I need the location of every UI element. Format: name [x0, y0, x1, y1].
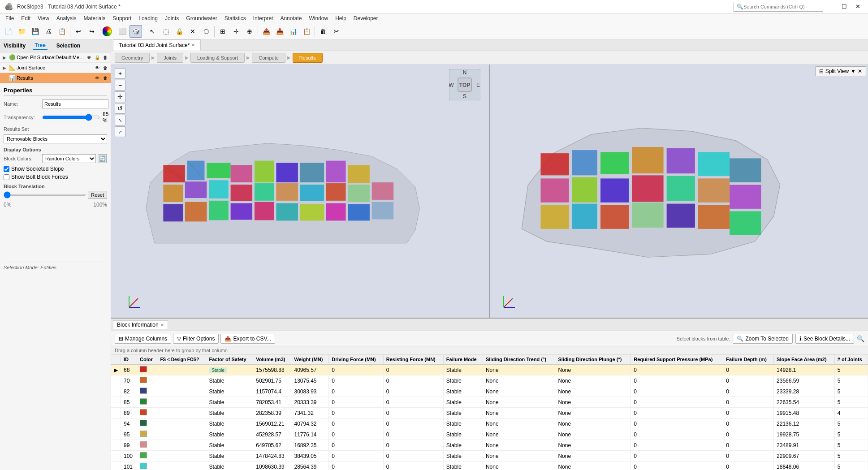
col-failure-mode[interactable]: Failure Mode [443, 355, 483, 364]
tab-close-button[interactable]: ✕ [191, 43, 195, 47]
menu-interpret[interactable]: Interpret [250, 14, 277, 22]
delete-icon-3[interactable]: 🗑 [102, 74, 109, 82]
reset-button[interactable]: Reset [88, 191, 107, 199]
export-button[interactable]: 📤 [260, 25, 272, 38]
workflow-loading[interactable]: Loading & Support [190, 53, 245, 63]
col-plunge[interactable]: Sliding Direction Plunge (°) [555, 355, 631, 364]
col-factor-safety[interactable]: Factor of Safety [206, 355, 253, 364]
search-input[interactable] [743, 4, 815, 9]
zoom-in-button[interactable]: + [115, 68, 125, 79]
tree-item-joint-surface[interactable]: ▶ 📐 Joint Surface 👁 🗑 [0, 63, 111, 73]
block-colors-select[interactable]: Random Colors [42, 154, 96, 163]
translation-slider[interactable] [4, 194, 86, 196]
delete-icon-2[interactable]: 🗑 [102, 64, 109, 71]
col-joints[interactable]: # of Joints [834, 355, 868, 364]
duplicate-button[interactable]: ⊕ [243, 25, 256, 38]
menu-file[interactable]: File [2, 14, 17, 22]
add-block-button[interactable]: ⊞ [216, 25, 229, 38]
view-default-button[interactable]: ⬜ [116, 25, 129, 38]
table-row[interactable]: 70 Stable 502901.75 13075.45 0 0 Stable … [111, 375, 868, 386]
export-csv-button[interactable]: 📤 Export to CSV... [220, 334, 275, 344]
undo-button[interactable]: ↩ [72, 25, 85, 38]
menu-loading[interactable]: Loading [135, 14, 161, 22]
menu-window[interactable]: Window [305, 14, 332, 22]
menu-view[interactable]: View [34, 14, 53, 22]
redo-button[interactable]: ↪ [86, 25, 98, 38]
tab-selection[interactable]: Selection [55, 42, 82, 50]
menu-edit[interactable]: Edit [17, 14, 34, 22]
table-row[interactable]: 100 Stable 1478424.83 38439.05 0 0 Stabl… [111, 451, 868, 461]
col-slope-area[interactable]: Slope Face Area (m2) [774, 355, 835, 364]
maximize-button[interactable]: ☐ [838, 1, 850, 13]
manage-columns-button[interactable]: ⊞ Manage Columns [115, 334, 171, 344]
block-info-close[interactable]: ✕ [160, 323, 164, 328]
fit-button[interactable]: ⤡ [115, 115, 125, 125]
col-support[interactable]: Required Support Pressure (MPa) [631, 355, 723, 364]
unlock-button[interactable]: ✕ [186, 25, 199, 38]
fit2-button[interactable]: ⤢ [115, 126, 125, 137]
workflow-geometry[interactable]: Geometry [115, 53, 150, 63]
box-select-button[interactable]: ⬚ [160, 25, 172, 38]
minimize-button[interactable]: — [825, 1, 837, 13]
tree-item-open-pit[interactable]: ▶ 🟢 Open Pit Surface:Default:Mesh_ext...… [0, 52, 111, 63]
save-button[interactable]: 💾 [29, 25, 41, 38]
zoom-selected-button[interactable]: 🔍 Zoom To Selected [733, 334, 793, 344]
import-button[interactable]: 📥 [273, 25, 286, 38]
search-table-icon[interactable]: 🔍 [857, 335, 864, 342]
pan-button[interactable]: ✛ [115, 91, 125, 102]
table-row[interactable]: 89 Stable 282358.39 7341.32 0 0 Stable N… [111, 408, 868, 418]
close-button[interactable]: ✕ [852, 1, 864, 13]
visibility-toggle-3[interactable]: 👁 [94, 74, 101, 82]
tree-item-results[interactable]: 📊 Results 👁 🗑 [0, 73, 111, 83]
main-document-tab[interactable]: Tutorial 03 Add Joint Surface* ✕ [113, 39, 201, 51]
colors-button[interactable] [102, 26, 112, 36]
menu-materials[interactable]: Materials [80, 14, 109, 22]
workflow-joints[interactable]: Joints [157, 53, 183, 63]
table-row[interactable]: 99 Stable 649705.62 16892.35 0 0 Stable … [111, 440, 868, 451]
menu-joints[interactable]: Joints [161, 14, 182, 22]
col-resisting[interactable]: Resisting Force (MN) [383, 355, 443, 364]
table-row[interactable]: 94 Stable 1569012.21 40794.32 0 0 Stable… [111, 418, 868, 429]
workflow-results[interactable]: Results [293, 53, 323, 63]
col-depth[interactable]: Failure Depth (m) [723, 355, 774, 364]
tab-tree[interactable]: Tree [33, 41, 48, 50]
col-fs-design[interactable]: FS < Design FOS? [157, 355, 206, 364]
history-button[interactable]: 📋 [56, 25, 68, 38]
results-set-select[interactable]: Removable Blocks [4, 134, 107, 143]
see-block-details-button[interactable]: ℹ See Block Details... [795, 334, 854, 344]
visibility-toggle[interactable]: 👁 [86, 54, 93, 61]
split-view-close[interactable]: ✕ [858, 68, 862, 74]
block-info-tab[interactable]: Block Information ✕ [113, 320, 168, 329]
transparency-slider[interactable] [42, 114, 100, 121]
rotate-button[interactable]: ↺ [115, 103, 125, 114]
name-input[interactable] [42, 99, 108, 108]
table-button[interactable]: 📋 [300, 25, 313, 38]
show-socketed-checkbox[interactable] [4, 166, 9, 172]
delete-button[interactable]: 🗑 [317, 25, 329, 38]
col-trend[interactable]: Sliding Direction Trend (°) [483, 355, 555, 364]
col-color[interactable]: Color [137, 355, 157, 364]
filter-options-button[interactable]: ▽ Filter Options [173, 334, 219, 344]
col-weight[interactable]: Weight (MN) [291, 355, 329, 364]
lock-icon[interactable]: 🔒 [94, 54, 101, 61]
col-driving[interactable]: Driving Force (MN) [329, 355, 383, 364]
color-refresh-button[interactable]: 🔄 [98, 154, 107, 163]
menu-analysis[interactable]: Analysis [53, 14, 80, 22]
chart-button[interactable]: 📊 [287, 25, 299, 38]
mesh-button[interactable]: ⬡ [200, 25, 212, 38]
col-id[interactable]: ID [121, 355, 137, 364]
zoom-out-button[interactable]: − [115, 80, 125, 91]
col-volume[interactable]: Volume (m3) [253, 355, 291, 364]
menu-annotate[interactable]: Annotate [276, 14, 305, 22]
split-view-button[interactable]: ⊟ Split View ▼ ✕ [815, 66, 866, 76]
search-box[interactable]: 🔍 [734, 2, 823, 12]
menu-groundwater[interactable]: Groundwater [182, 14, 220, 22]
view-3d-button[interactable]: 🎲 [130, 25, 142, 38]
open-button[interactable]: 📁 [15, 25, 28, 38]
cut-button[interactable]: ✂ [330, 25, 343, 38]
move-button[interactable]: ✛ [230, 25, 242, 38]
table-row[interactable]: ▶ 68 Stable 1575598.88 40965.57 0 0 Stab… [111, 364, 868, 375]
visibility-toggle-2[interactable]: 👁 [94, 64, 101, 71]
table-row[interactable]: 85 Stable 782053.41 20333.39 0 0 Stable … [111, 397, 868, 408]
show-bolt-checkbox[interactable] [4, 174, 9, 180]
